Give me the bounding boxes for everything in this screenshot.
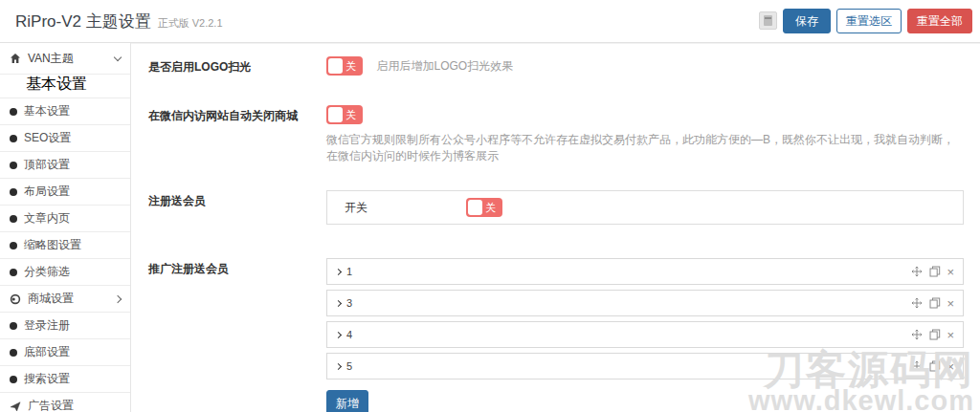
sidebar-item-top[interactable]: 顶部设置 <box>0 152 130 179</box>
reset-section-button[interactable]: 重置选区 <box>836 9 902 33</box>
sidebar-item-label: 分类筛选 <box>24 264 70 280</box>
home-icon <box>10 53 21 64</box>
dot-icon <box>10 215 17 223</box>
toggle-logo-shine[interactable]: 关 <box>326 56 363 76</box>
setting-label: 在微信内访网站自动关闭商城 <box>148 105 326 164</box>
move-icon[interactable] <box>910 329 923 341</box>
accordion-item-title: 4 <box>346 329 910 340</box>
setting-label: 推广注册送会员 <box>148 258 326 412</box>
setting-row-referral-vip: 推广注册送会员 1 × 3 <box>148 258 964 412</box>
toggle-knob <box>328 58 343 74</box>
target-circle-icon <box>10 293 21 305</box>
header-actions: 保存 重置选区 重置全部 <box>759 9 972 33</box>
setting-row-logo-shine: 是否启用LOGO扫光 关 启用后增加LOGO扫光效果 <box>148 56 964 76</box>
register-vip-panel: 开关 关 <box>326 190 964 225</box>
sidebar-item-label: 基本设置 <box>24 103 70 119</box>
header-title-area: RiPro-V2 主题设置 正式版 V2.2.1 <box>15 11 223 33</box>
chevron-right-icon <box>335 299 342 306</box>
setting-label: 注册送会员 <box>148 190 326 225</box>
sidebar-item-label: 广告设置 <box>28 398 74 412</box>
dot-icon <box>10 349 17 357</box>
dot-icon <box>10 376 17 383</box>
accordion-item-4[interactable]: 4 × <box>326 321 964 348</box>
chevron-right-icon <box>335 331 342 337</box>
move-icon[interactable] <box>910 297 923 310</box>
sidebar-item-basic[interactable]: 基本设置 <box>0 98 130 125</box>
dot-icon <box>10 188 17 196</box>
chevron-right-icon <box>114 294 122 302</box>
sidebar-group-label: VAN主题 <box>28 51 115 67</box>
duplicate-icon[interactable] <box>928 266 941 278</box>
setting-row-register-vip: 注册送会员 开关 关 <box>148 190 964 225</box>
delete-icon[interactable]: × <box>947 266 954 278</box>
sidebar-item-layout[interactable]: 布局设置 <box>0 179 130 206</box>
sidebar-item-post-page[interactable]: 文章内页 <box>0 206 130 232</box>
sidebar-subitem-basic-active[interactable]: 基本设置 <box>0 75 130 98</box>
toggle-state-label: 关 <box>345 108 356 122</box>
delete-icon[interactable]: × <box>947 329 954 341</box>
dot-icon <box>10 162 17 169</box>
sidebar-subitem-label: 基本设置 <box>26 76 87 92</box>
accordion-item-1[interactable]: 1 × <box>326 258 964 285</box>
dot-icon <box>10 269 17 276</box>
toggle-state-label: 关 <box>485 201 496 215</box>
accordion-item-actions: × <box>910 329 954 341</box>
sidebar-item-label: 文章内页 <box>24 210 70 227</box>
dot-icon <box>10 135 17 142</box>
dot-icon <box>10 242 17 249</box>
accordion-item-title: 1 <box>346 266 910 277</box>
page-title: RiPro-V2 主题设置 <box>15 11 151 33</box>
settings-sidebar: VAN主题 基本设置 基本设置 SEO设置 顶部设置 布局设置 文章内页 <box>0 43 131 412</box>
delete-icon[interactable]: × <box>947 297 954 310</box>
accordion-item-actions: × <box>910 266 954 278</box>
sidebar-group-van-theme[interactable]: VAN主题 <box>0 43 130 75</box>
add-item-button[interactable]: 新增 <box>326 390 368 412</box>
sidebar-item-shop[interactable]: 商城设置 <box>0 286 130 313</box>
accordion-item-title: 3 <box>346 297 910 309</box>
chevron-right-icon <box>335 362 342 369</box>
sidebar-item-thumbnail[interactable]: 缩略图设置 <box>0 232 130 259</box>
chevron-down-icon <box>114 53 122 60</box>
settings-main-panel: 是否启用LOGO扫光 关 启用后增加LOGO扫光效果 在微信内访网站自动关闭商城… <box>131 43 980 412</box>
sidebar-item-login-register[interactable]: 登录注册 <box>0 313 130 339</box>
setting-description: 启用后增加LOGO扫光效果 <box>376 59 513 73</box>
field-label: 开关 <box>345 200 466 216</box>
collapse-menu-button[interactable] <box>759 11 777 30</box>
toggle-knob <box>468 200 482 215</box>
sidebar-item-footer[interactable]: 底部设置 <box>0 339 130 366</box>
accordion-item-actions: × <box>910 297 954 310</box>
duplicate-icon[interactable] <box>928 329 941 341</box>
setting-label: 是否启用LOGO扫光 <box>148 56 326 76</box>
delete-icon[interactable]: × <box>947 360 954 373</box>
save-button[interactable]: 保存 <box>783 9 831 33</box>
dot-icon <box>10 108 17 116</box>
page-icon <box>764 15 772 26</box>
toggle-wechat-close-shop[interactable]: 关 <box>326 105 363 124</box>
toggle-knob <box>328 107 343 122</box>
header-bar: RiPro-V2 主题设置 正式版 V2.2.1 保存 重置选区 重置全部 <box>0 0 980 43</box>
setting-row-wechat-close-shop: 在微信内访网站自动关闭商城 关 微信官方规则限制所有公众号小程序等不允许存在虚拟… <box>148 105 964 164</box>
reset-all-button[interactable]: 重置全部 <box>907 9 972 33</box>
move-icon[interactable] <box>910 360 923 373</box>
toggle-state-label: 关 <box>345 59 356 74</box>
dot-icon <box>10 322 17 330</box>
sidebar-item-label: 搜索设置 <box>24 371 70 387</box>
accordion-item-3[interactable]: 3 × <box>326 290 964 316</box>
sidebar-item-search[interactable]: 搜索设置 <box>0 366 130 393</box>
move-icon[interactable] <box>910 266 923 278</box>
accordion-item-title: 5 <box>346 360 910 372</box>
sidebar-item-category-filter[interactable]: 分类筛选 <box>0 259 130 286</box>
sidebar-item-label: SEO设置 <box>24 130 71 146</box>
sidebar-item-ads[interactable]: 广告设置 <box>0 393 130 412</box>
sidebar-item-label: 缩略图设置 <box>24 237 81 253</box>
duplicate-icon[interactable] <box>928 297 941 310</box>
sidebar-item-label: 商城设置 <box>28 291 115 307</box>
duplicate-icon[interactable] <box>928 360 941 373</box>
toggle-register-vip[interactable]: 关 <box>466 198 502 217</box>
sidebar-item-label: 底部设置 <box>24 344 70 360</box>
accordion-item-5[interactable]: 5 × <box>326 353 964 379</box>
sidebar-item-seo[interactable]: SEO设置 <box>0 125 130 152</box>
sidebar-item-label: 登录注册 <box>24 317 70 334</box>
accordion-item-actions: × <box>910 360 954 373</box>
sidebar-item-label: 顶部设置 <box>24 157 70 173</box>
